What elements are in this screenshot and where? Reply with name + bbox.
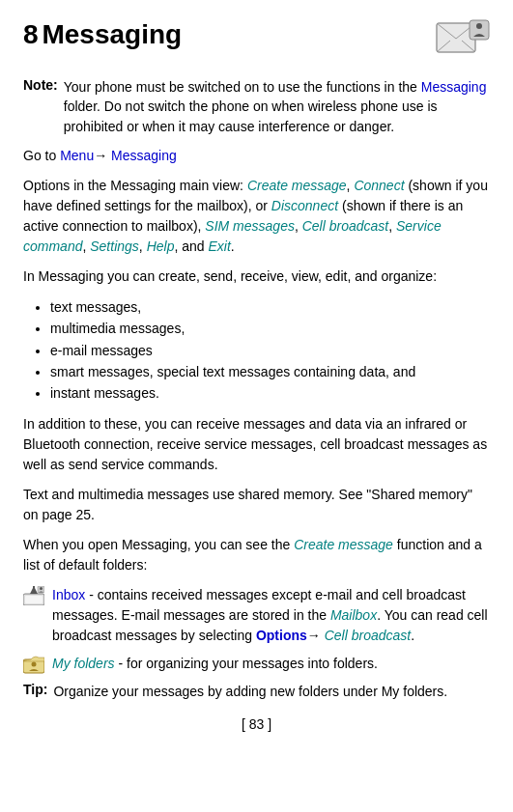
myfolders-folder-item: My folders - for organizing your message… [23, 654, 490, 674]
options-link2[interactable]: Options [256, 628, 307, 643]
sim-messages-link[interactable]: SIM messages [205, 218, 295, 234]
open-paragraph: When you open Messaging, you can see the… [23, 535, 490, 575]
list-item: smart messages, special text messages co… [50, 361, 490, 382]
list-item: e-mail messages [50, 340, 490, 361]
page-number: [ 83 ] [23, 716, 490, 732]
note-text: Your phone must be switched on to use th… [64, 77, 490, 136]
inbox-icon [23, 586, 44, 605]
tip-text: Organize your messages by adding new fol… [53, 682, 447, 701]
disconnect-link[interactable]: Disconnect [271, 198, 338, 213]
cell-broadcast-link-options[interactable]: Cell broadcast [302, 218, 389, 234]
options-paragraph: Options in the Messaging main view: Crea… [23, 176, 490, 257]
addition-paragraph: In addition to these, you can receive me… [23, 414, 490, 475]
note-label: Note: [23, 77, 58, 136]
settings-link[interactable]: Settings [90, 238, 139, 254]
open-create-message-link[interactable]: Create message [294, 537, 393, 552]
list-item: multimedia messages, [50, 318, 490, 339]
myfolders-link[interactable]: My folders [52, 656, 115, 671]
connect-link[interactable]: Connect [354, 178, 404, 193]
mailbox-link[interactable]: Mailbox [330, 607, 377, 623]
features-list: text messages, multimedia messages, e-ma… [50, 296, 490, 405]
inbox-folder-item: Inbox - contains received messages excep… [23, 585, 490, 646]
inbox-link[interactable]: Inbox [52, 587, 85, 602]
create-message-link[interactable]: Create message [247, 178, 347, 193]
list-item: instant messages. [50, 382, 490, 404]
tip-label: Tip: [23, 682, 47, 701]
memory-paragraph: Text and multimedia messages use shared … [23, 485, 490, 525]
note-block: Note: Your phone must be switched on to … [23, 77, 490, 136]
inbox-text: Inbox - contains received messages excep… [52, 585, 490, 646]
tip-block: Tip: Organize your messages by adding ne… [23, 682, 490, 701]
svg-rect-9 [25, 596, 43, 603]
messaging-icon [436, 19, 490, 68]
goto-paragraph: Go to Menu→ Messaging [23, 146, 490, 166]
organize-paragraph: In Messaging you can create, send, recei… [23, 266, 490, 287]
goto-messaging-link[interactable]: Messaging [111, 148, 177, 163]
chapter-title-text: Messaging [42, 19, 182, 49]
myfolders-text: My folders - for organizing your message… [52, 654, 490, 674]
myfolders-icon [23, 655, 44, 674]
menu-link[interactable]: Menu [60, 148, 94, 163]
exit-link[interactable]: Exit [208, 238, 230, 254]
svg-rect-11 [33, 586, 35, 593]
cell-broadcast-link2[interactable]: Cell broadcast [325, 628, 412, 643]
note-messaging-link[interactable]: Messaging [421, 79, 487, 95]
chapter-title: 8 [23, 19, 39, 49]
svg-point-15 [32, 661, 37, 666]
svg-point-13 [40, 587, 43, 590]
help-link[interactable]: Help [147, 238, 175, 254]
list-item: text messages, [50, 296, 490, 318]
svg-point-7 [476, 23, 482, 29]
